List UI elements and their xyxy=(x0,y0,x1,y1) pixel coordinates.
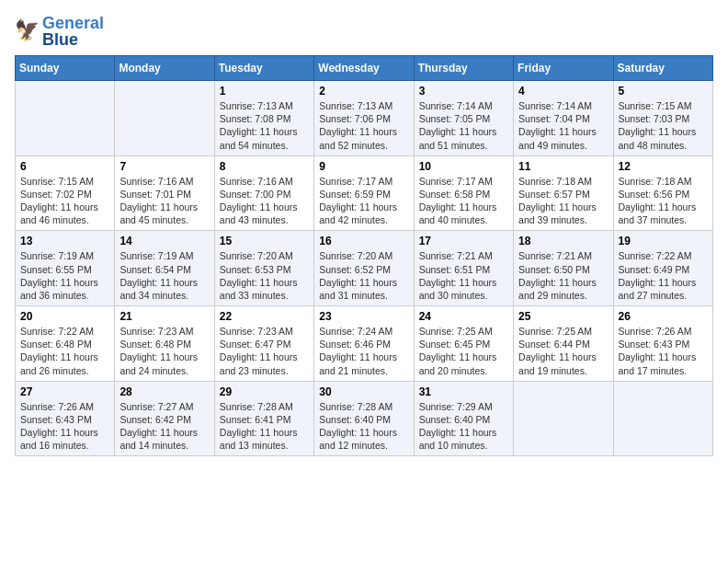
svg-text:🦅: 🦅 xyxy=(15,17,40,42)
day-number: 22 xyxy=(220,310,309,323)
page-header: 🦅 GeneralBlue xyxy=(15,15,713,48)
day-number: 18 xyxy=(518,235,608,247)
day-number: 20 xyxy=(20,310,109,323)
day-info: Sunrise: 7:18 AMSunset: 6:56 PMDaylight:… xyxy=(619,175,708,227)
day-number: 9 xyxy=(319,160,408,173)
calendar-cell: 23Sunrise: 7:24 AMSunset: 6:46 PMDayligh… xyxy=(314,306,414,382)
calendar-cell: 2Sunrise: 7:13 AMSunset: 7:06 PMDaylight… xyxy=(314,81,414,156)
calendar-cell: 26Sunrise: 7:26 AMSunset: 6:43 PMDayligh… xyxy=(613,306,712,382)
week-row-3: 13Sunrise: 7:19 AMSunset: 6:55 PMDayligh… xyxy=(16,231,713,306)
calendar-cell xyxy=(514,381,613,456)
calendar-cell: 29Sunrise: 7:28 AMSunset: 6:41 PMDayligh… xyxy=(214,381,313,456)
calendar-cell: 20Sunrise: 7:22 AMSunset: 6:48 PMDayligh… xyxy=(16,306,115,382)
day-info: Sunrise: 7:24 AMSunset: 6:46 PMDaylight:… xyxy=(319,325,408,377)
calendar-cell: 3Sunrise: 7:14 AMSunset: 7:05 PMDaylight… xyxy=(414,81,513,156)
day-info: Sunrise: 7:14 AMSunset: 7:04 PMDaylight:… xyxy=(518,99,608,152)
calendar-cell: 30Sunrise: 7:28 AMSunset: 6:40 PMDayligh… xyxy=(314,381,414,456)
day-number: 23 xyxy=(319,310,408,323)
week-row-5: 27Sunrise: 7:26 AMSunset: 6:43 PMDayligh… xyxy=(16,381,713,456)
calendar-cell xyxy=(16,81,115,156)
calendar-cell: 28Sunrise: 7:27 AMSunset: 6:42 PMDayligh… xyxy=(115,381,214,456)
calendar-cell xyxy=(115,81,214,156)
day-info: Sunrise: 7:16 AMSunset: 7:01 PMDaylight:… xyxy=(119,175,209,227)
day-info: Sunrise: 7:26 AMSunset: 6:43 PMDaylight:… xyxy=(619,325,708,377)
calendar-cell: 9Sunrise: 7:17 AMSunset: 6:59 PMDaylight… xyxy=(314,155,414,231)
day-info: Sunrise: 7:21 AMSunset: 6:51 PMDaylight:… xyxy=(419,249,508,302)
calendar-cell: 17Sunrise: 7:21 AMSunset: 6:51 PMDayligh… xyxy=(414,231,513,306)
calendar-cell: 1Sunrise: 7:13 AMSunset: 7:08 PMDaylight… xyxy=(214,81,313,156)
calendar-cell: 8Sunrise: 7:16 AMSunset: 7:00 PMDaylight… xyxy=(214,155,313,231)
day-info: Sunrise: 7:27 AMSunset: 6:42 PMDaylight:… xyxy=(119,400,209,453)
day-number: 12 xyxy=(619,160,708,173)
day-number: 5 xyxy=(619,85,708,98)
col-header-sunday: Sunday xyxy=(16,56,115,81)
calendar-cell: 16Sunrise: 7:20 AMSunset: 6:52 PMDayligh… xyxy=(314,231,414,306)
day-info: Sunrise: 7:20 AMSunset: 6:52 PMDaylight:… xyxy=(319,249,408,302)
day-info: Sunrise: 7:16 AMSunset: 7:00 PMDaylight:… xyxy=(220,175,309,227)
logo-icon: 🦅 xyxy=(15,17,40,46)
day-number: 31 xyxy=(419,385,508,398)
day-info: Sunrise: 7:29 AMSunset: 6:40 PMDaylight:… xyxy=(419,400,508,453)
day-info: Sunrise: 7:19 AMSunset: 6:54 PMDaylight:… xyxy=(119,249,209,302)
day-number: 15 xyxy=(220,235,309,247)
day-number: 2 xyxy=(319,85,408,98)
day-info: Sunrise: 7:15 AMSunset: 7:02 PMDaylight:… xyxy=(20,175,109,227)
week-row-2: 6Sunrise: 7:15 AMSunset: 7:02 PMDaylight… xyxy=(16,155,713,231)
calendar-header-row: SundayMondayTuesdayWednesdayThursdayFrid… xyxy=(16,56,713,81)
day-number: 24 xyxy=(419,310,508,323)
day-number: 1 xyxy=(220,85,309,98)
day-info: Sunrise: 7:13 AMSunset: 7:08 PMDaylight:… xyxy=(220,99,309,152)
day-info: Sunrise: 7:28 AMSunset: 6:40 PMDaylight:… xyxy=(319,400,408,453)
calendar-cell: 18Sunrise: 7:21 AMSunset: 6:50 PMDayligh… xyxy=(514,231,613,306)
day-number: 30 xyxy=(319,385,408,398)
calendar-cell: 21Sunrise: 7:23 AMSunset: 6:48 PMDayligh… xyxy=(115,306,214,382)
day-number: 29 xyxy=(220,385,309,398)
day-info: Sunrise: 7:22 AMSunset: 6:48 PMDaylight:… xyxy=(20,325,109,377)
calendar-cell: 12Sunrise: 7:18 AMSunset: 6:56 PMDayligh… xyxy=(613,155,712,231)
day-info: Sunrise: 7:28 AMSunset: 6:41 PMDaylight:… xyxy=(220,400,309,453)
day-number: 8 xyxy=(220,160,309,173)
week-row-1: 1Sunrise: 7:13 AMSunset: 7:08 PMDaylight… xyxy=(16,81,713,156)
day-number: 17 xyxy=(419,235,508,247)
calendar-cell: 6Sunrise: 7:15 AMSunset: 7:02 PMDaylight… xyxy=(16,155,115,231)
day-number: 7 xyxy=(119,160,209,173)
day-info: Sunrise: 7:21 AMSunset: 6:50 PMDaylight:… xyxy=(518,249,608,302)
col-header-saturday: Saturday xyxy=(613,56,712,81)
calendar-cell: 7Sunrise: 7:16 AMSunset: 7:01 PMDaylight… xyxy=(115,155,214,231)
calendar-cell: 14Sunrise: 7:19 AMSunset: 6:54 PMDayligh… xyxy=(115,231,214,306)
day-number: 19 xyxy=(619,235,708,247)
col-header-monday: Monday xyxy=(115,56,214,81)
calendar-cell: 11Sunrise: 7:18 AMSunset: 6:57 PMDayligh… xyxy=(514,155,613,231)
day-number: 28 xyxy=(119,385,209,398)
day-number: 3 xyxy=(419,85,508,98)
calendar-table: SundayMondayTuesdayWednesdayThursdayFrid… xyxy=(15,55,713,456)
calendar-cell: 5Sunrise: 7:15 AMSunset: 7:03 PMDaylight… xyxy=(613,81,712,156)
calendar-cell xyxy=(613,381,712,456)
calendar-cell: 27Sunrise: 7:26 AMSunset: 6:43 PMDayligh… xyxy=(16,381,115,456)
calendar-cell: 4Sunrise: 7:14 AMSunset: 7:04 PMDaylight… xyxy=(514,81,613,156)
day-number: 10 xyxy=(419,160,508,173)
col-header-friday: Friday xyxy=(514,56,613,81)
day-info: Sunrise: 7:13 AMSunset: 7:06 PMDaylight:… xyxy=(319,99,408,152)
logo: 🦅 GeneralBlue xyxy=(15,15,104,48)
calendar-cell: 31Sunrise: 7:29 AMSunset: 6:40 PMDayligh… xyxy=(414,381,513,456)
day-number: 25 xyxy=(518,310,608,323)
calendar-cell: 13Sunrise: 7:19 AMSunset: 6:55 PMDayligh… xyxy=(16,231,115,306)
calendar-cell: 25Sunrise: 7:25 AMSunset: 6:44 PMDayligh… xyxy=(514,306,613,382)
day-info: Sunrise: 7:25 AMSunset: 6:45 PMDaylight:… xyxy=(419,325,508,377)
day-info: Sunrise: 7:17 AMSunset: 6:58 PMDaylight:… xyxy=(419,175,508,227)
day-info: Sunrise: 7:25 AMSunset: 6:44 PMDaylight:… xyxy=(518,325,608,377)
day-info: Sunrise: 7:23 AMSunset: 6:48 PMDaylight:… xyxy=(119,325,209,377)
day-number: 4 xyxy=(518,85,608,98)
day-number: 27 xyxy=(20,385,109,398)
col-header-wednesday: Wednesday xyxy=(314,56,414,81)
day-info: Sunrise: 7:17 AMSunset: 6:59 PMDaylight:… xyxy=(319,175,408,227)
day-number: 11 xyxy=(518,160,608,173)
day-info: Sunrise: 7:26 AMSunset: 6:43 PMDaylight:… xyxy=(20,400,109,453)
day-number: 6 xyxy=(20,160,109,173)
day-info: Sunrise: 7:22 AMSunset: 6:49 PMDaylight:… xyxy=(619,249,708,302)
logo-text: GeneralBlue xyxy=(42,15,104,48)
day-number: 21 xyxy=(119,310,209,323)
day-number: 14 xyxy=(119,235,209,247)
calendar-cell: 24Sunrise: 7:25 AMSunset: 6:45 PMDayligh… xyxy=(414,306,513,382)
